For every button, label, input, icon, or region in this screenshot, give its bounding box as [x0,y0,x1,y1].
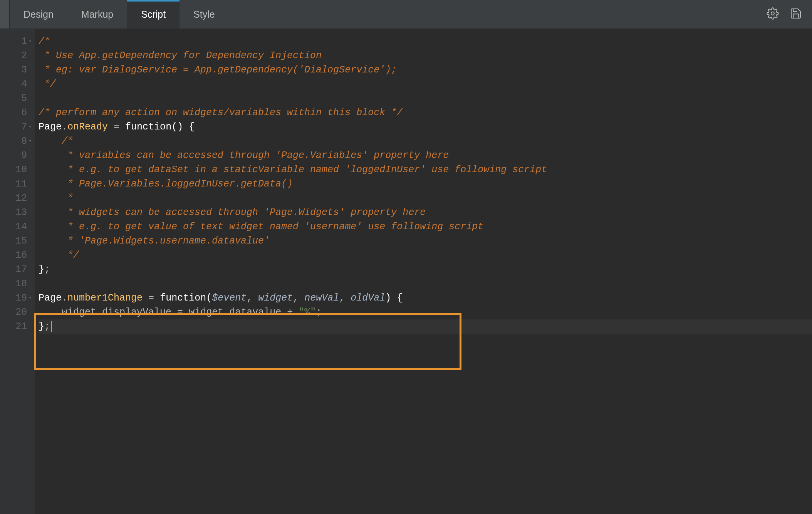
code-text: function [125,121,171,133]
gutter-line[interactable]: 1▾ [0,34,35,49]
line-number: 17 [15,262,27,277]
code-text: , [293,292,304,304]
line-number: 4 [21,77,27,91]
line-number: 19 [15,291,27,305]
code-text: * 'Page.Widgets.username.datavalue' [39,235,270,247]
gutter-line[interactable]: 20▾ [0,305,35,319]
gutter-line[interactable]: 11▾ [0,177,35,191]
gutter-line[interactable]: 13▾ [0,205,35,220]
code-line: * eg: var DialogService = App.getDepende… [39,63,812,77]
code-line: * Page.Variables.loggedInUser.getData() [39,177,812,191]
code-text: /* [39,136,73,147]
gear-icon [767,7,779,21]
code-text [39,307,62,318]
code-area[interactable]: /* * Use App.getDependency for Dependenc… [35,29,812,514]
code-text: displayValue [102,307,171,318]
gutter-line[interactable]: 18▾ [0,277,35,291]
code-text: * e.g. to get dataSet in a staticVariabl… [39,164,547,175]
code-text: "%" [299,307,316,318]
code-text: = [177,307,183,318]
line-number: 10 [15,163,27,177]
code-text: = [148,292,154,304]
code-line: * e.g. to get value of text widget named… [39,220,812,234]
code-text: */ [39,79,56,90]
line-number: 7 [21,120,27,134]
tab-script[interactable]: Script [127,0,180,29]
code-line: Page.number1Change = function($event, wi… [39,291,812,305]
code-line [39,277,812,291]
code-line: Page.onReady = function() { [39,120,812,134]
gutter-line[interactable]: 12▾ [0,191,35,205]
code-text: = [114,121,119,133]
code-text: , [247,292,258,304]
gutter-line[interactable]: 17▾ [0,262,35,277]
code-text: datavalue [229,307,281,318]
code-line: * widgets can be accessed through 'Page.… [39,205,812,220]
code-text: widget [258,292,293,304]
code-text: * Use App.getDependency for Dependency I… [39,50,322,61]
code-line: }; [39,319,812,334]
toolbar-left-stub[interactable] [0,0,10,29]
code-text: * [39,193,73,204]
code-text: newVal [304,292,339,304]
gutter-line[interactable]: 5▾ [0,91,35,106]
line-number: 9 [21,148,27,163]
svg-point-0 [771,12,774,15]
line-number: 12 [15,191,27,205]
code-line: * variables can be accessed through 'Pag… [39,148,812,163]
save-icon [790,7,802,21]
gutter-line[interactable]: 2▾ [0,49,35,63]
save-button[interactable] [789,7,803,21]
code-text [293,307,299,318]
code-line: /* [39,34,812,49]
code-line: */ [39,248,812,262]
line-number: 14 [15,220,27,234]
fold-icon[interactable]: ▾ [29,296,32,301]
code-text: { [397,292,403,304]
code-text: * widgets can be accessed through 'Page.… [39,207,426,218]
code-text: + [287,307,293,318]
tab-style[interactable]: Style [180,0,229,29]
gutter-line[interactable]: 21▾ [0,319,35,334]
code-text: * Page.Variables.loggedInUser.getData() [39,178,293,190]
code-text: */ [39,250,79,261]
gutter-line[interactable]: 16▾ [0,248,35,262]
code-text: . [223,307,229,318]
code-line: /* [39,134,812,148]
line-number: 6 [21,106,27,120]
line-number: 1 [21,34,27,49]
code-text: onReady [67,121,108,133]
gutter-line[interactable]: 10▾ [0,163,35,177]
line-number: 2 [21,49,27,63]
code-text: ; [316,307,322,318]
gutter-line[interactable]: 6▾ [0,106,35,120]
code-text: , [339,292,351,304]
fold-icon[interactable]: ▾ [29,124,32,129]
gutter-line[interactable]: 4▾ [0,77,35,91]
code-line [39,91,812,106]
gutter: 1▾ 2▾ 3▾ 4▾ 5▾ 6▾ 7▾ 8▾ 9▾ 10▾ 11▾ 12▾ 1… [0,29,35,514]
toolbar-right [766,0,812,29]
tab-markup[interactable]: Markup [67,0,127,29]
gutter-line[interactable]: 8▾ [0,134,35,148]
gutter-line[interactable]: 14▾ [0,220,35,234]
fold-icon[interactable]: ▾ [29,39,32,44]
tab-design[interactable]: Design [10,0,67,29]
gutter-line[interactable]: 7▾ [0,120,35,134]
line-number: 18 [15,277,27,291]
code-text: . [62,121,67,133]
fold-icon[interactable]: ▾ [29,139,32,144]
gutter-line[interactable]: 9▾ [0,148,35,163]
gutter-line[interactable]: 3▾ [0,63,35,77]
gutter-line[interactable]: 15▾ [0,234,35,248]
code-text: ; [44,264,50,275]
settings-button[interactable] [766,7,780,21]
code-text: number1Change [67,292,143,304]
code-text [391,292,397,304]
code-text: } [39,321,44,332]
gutter-line[interactable]: 19▾ [0,291,35,305]
code-line: widget.displayValue = widget.datavalue +… [39,305,812,319]
code-text: function [160,292,206,304]
code-editor: 1▾ 2▾ 3▾ 4▾ 5▾ 6▾ 7▾ 8▾ 9▾ 10▾ 11▾ 12▾ 1… [0,29,812,514]
code-line: /* perform any action on widgets/variabl… [39,106,812,120]
